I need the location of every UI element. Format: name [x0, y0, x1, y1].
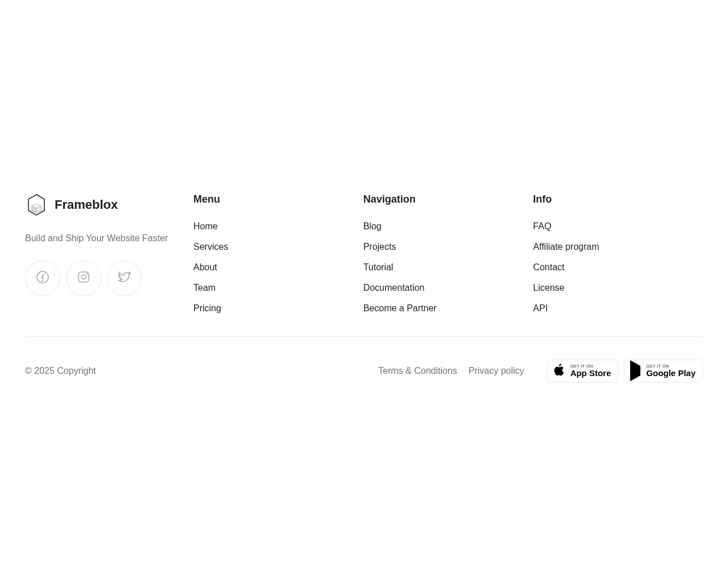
facebook-button[interactable]	[25, 261, 60, 296]
instagram-button[interactable]	[66, 261, 101, 296]
store-badges: GET IT ON App Store GET IT ON Google Pla…	[547, 360, 703, 382]
link-projects[interactable]: Projects	[363, 242, 533, 252]
link-privacy[interactable]: Privacy policy	[469, 366, 524, 376]
link-pricing[interactable]: Pricing	[193, 303, 363, 314]
column-heading: Menu	[193, 193, 363, 205]
link-home[interactable]: Home	[193, 221, 363, 232]
store-big: App Store	[570, 369, 611, 378]
social-row	[25, 261, 193, 296]
app-store-button[interactable]: GET IT ON App Store	[547, 360, 619, 382]
link-services[interactable]: Services	[193, 242, 363, 252]
copyright: © 2025 Copyright	[25, 366, 378, 376]
svg-point-3	[86, 274, 87, 274]
column-info: Info FAQ Affiliate program Contact Licen…	[533, 193, 703, 314]
column-heading: Info	[533, 193, 703, 205]
facebook-icon	[36, 270, 49, 286]
store-big: Google Play	[646, 369, 696, 378]
brand-column: Frameblox Build and Ship Your Website Fa…	[25, 193, 193, 314]
link-blog[interactable]: Blog	[363, 221, 533, 232]
link-become-partner[interactable]: Become a Partner	[363, 303, 533, 314]
column-menu: Menu Home Services About Team Pricing	[193, 193, 363, 314]
twitter-button[interactable]	[107, 261, 142, 296]
link-faq[interactable]: FAQ	[533, 221, 703, 232]
bottom-links: Terms & Conditions Privacy policy	[378, 366, 524, 376]
footer: Frameblox Build and Ship Your Website Fa…	[0, 0, 728, 382]
link-list: Home Services About Team Pricing	[193, 221, 363, 314]
instagram-icon	[77, 270, 90, 286]
link-documentation[interactable]: Documentation	[363, 283, 533, 293]
footer-bottom: © 2025 Copyright Terms & Conditions Priv…	[25, 337, 703, 382]
google-play-icon	[629, 366, 642, 376]
hexagon-cube-icon	[25, 193, 48, 216]
link-tutorial[interactable]: Tutorial	[363, 262, 533, 273]
logo-row: Frameblox	[25, 193, 193, 216]
svg-point-2	[81, 275, 86, 279]
brand-name: Frameblox	[55, 197, 118, 212]
link-terms[interactable]: Terms & Conditions	[378, 366, 457, 376]
twitter-icon	[118, 270, 131, 286]
footer-main: Frameblox Build and Ship Your Website Fa…	[25, 193, 703, 337]
link-list: FAQ Affiliate program Contact License AP…	[533, 221, 703, 314]
google-play-button[interactable]: GET IT ON Google Play	[624, 360, 703, 382]
link-team[interactable]: Team	[193, 283, 363, 293]
store-text: GET IT ON Google Play	[646, 364, 696, 378]
link-about[interactable]: About	[193, 262, 363, 273]
link-api[interactable]: API	[533, 303, 703, 314]
store-text: GET IT ON App Store	[570, 364, 611, 378]
link-license[interactable]: License	[533, 283, 703, 293]
brand-tagline: Build and Ship Your Website Faster	[25, 233, 193, 244]
apple-icon	[552, 363, 566, 379]
column-heading: Navigation	[363, 193, 533, 205]
link-list: Blog Projects Tutorial Documentation Bec…	[363, 221, 533, 314]
link-affiliate[interactable]: Affiliate program	[533, 242, 703, 252]
link-contact[interactable]: Contact	[533, 262, 703, 273]
column-navigation: Navigation Blog Projects Tutorial Docume…	[363, 193, 533, 314]
